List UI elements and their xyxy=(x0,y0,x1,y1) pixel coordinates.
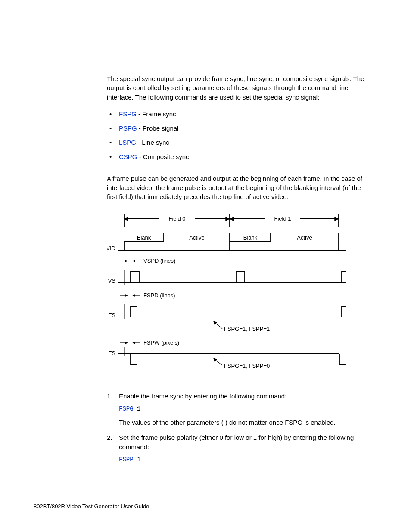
step-1-after: The values of the other parameters ( ) d… xyxy=(119,418,372,427)
procedure-list: Enable the frame sync by entering the fo… xyxy=(107,392,372,464)
cmd-item-fspg: FSPG - Frame sync xyxy=(107,109,372,118)
footer-text: 802BT/802R Video Test Generator User Gui… xyxy=(34,503,149,510)
code-link-fspp[interactable]: FSPP xyxy=(119,456,134,463)
desc-fspg: - Frame sync xyxy=(137,110,176,118)
link-cspg[interactable]: CSPG xyxy=(119,153,137,160)
command-list: FSPG - Frame sync PSPG - Probe signal LS… xyxy=(107,109,372,161)
label-vs: VS xyxy=(108,277,116,284)
step-2-text: Set the frame pulse polarity (either 0 f… xyxy=(119,434,354,450)
label-vid: VID xyxy=(107,245,115,252)
cmd-item-pspg: PSPG - Probe signal xyxy=(107,124,372,133)
label-fs-2: FS xyxy=(108,350,115,356)
step-2-code: FSPP 1 xyxy=(119,456,372,464)
annotation-fspp0: FSPG=1, FSPP=0 xyxy=(224,363,270,369)
step-2: Set the frame pulse polarity (either 0 f… xyxy=(107,433,372,464)
cmd-item-lspg: LSPG - Line sync xyxy=(107,138,372,147)
label-blank-1: Blank xyxy=(243,234,258,241)
label-vspd: VSPD (lines) xyxy=(143,258,175,264)
desc-pspg: - Probe signal xyxy=(137,124,179,132)
label-fspw: FSPW (pixels) xyxy=(143,339,179,346)
code-arg-2: 1 xyxy=(134,456,141,463)
label-fs-1: FS xyxy=(108,312,115,318)
annotation-fspp1: FSPG=1, FSPP=1 xyxy=(224,326,270,332)
label-fspd: FSPD (lines) xyxy=(143,292,175,299)
code-arg-1: 1 xyxy=(134,405,141,412)
link-lspg[interactable]: LSPG xyxy=(119,139,136,146)
link-pspg[interactable]: PSPG xyxy=(119,124,137,132)
desc-lspg: - Line sync xyxy=(136,139,169,146)
label-active-1: Active xyxy=(297,234,312,241)
label-field0: Field 0 xyxy=(168,215,185,222)
step-1-text: Enable the frame sync by entering the fo… xyxy=(119,392,286,400)
label-active-0: Active xyxy=(189,234,204,241)
desc-cspg: - Composite sync xyxy=(137,153,189,160)
step-1: Enable the frame sync by entering the fo… xyxy=(107,392,372,427)
timing-diagram: Field 0 Field 1 Blank Active Blank Activ… xyxy=(107,209,372,374)
label-field1: Field 1 xyxy=(274,215,291,222)
cmd-item-cspg: CSPG - Composite sync xyxy=(107,152,372,161)
step-1-code: FSPG 1 xyxy=(119,405,372,414)
intro-paragraph: The special sync output can provide fram… xyxy=(107,74,372,102)
label-blank-0: Blank xyxy=(137,234,151,241)
paragraph-frame-pulse: A frame pulse can be generated and outpu… xyxy=(107,174,372,202)
svg-marker-17 xyxy=(213,358,217,362)
code-link-fspg[interactable]: FSPG xyxy=(119,405,134,412)
link-fspg[interactable]: FSPG xyxy=(119,110,137,118)
